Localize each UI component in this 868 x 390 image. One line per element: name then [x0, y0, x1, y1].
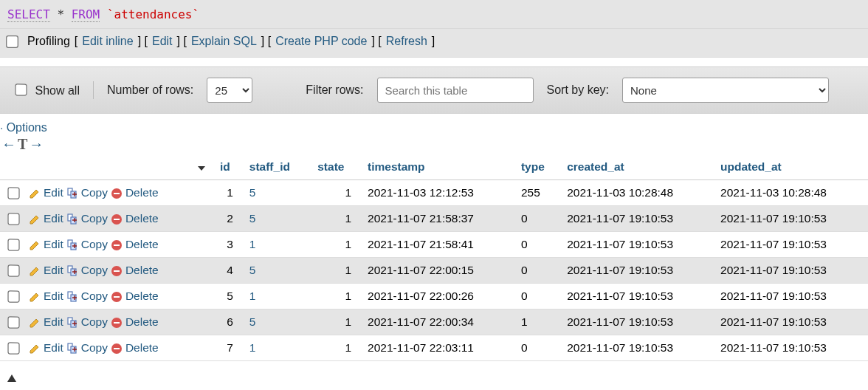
pencil-icon: [29, 291, 41, 303]
copy-row-link[interactable]: Copy: [66, 290, 108, 303]
col-shift-right-icon[interactable]: →: [29, 136, 44, 153]
cell-id: 2: [214, 206, 244, 232]
cell-type: 0: [515, 232, 561, 258]
cell-staff_id[interactable]: 1: [244, 232, 311, 258]
scroll-up-icon[interactable]: [7, 374, 16, 382]
col-header-id[interactable]: id: [214, 156, 244, 180]
pencil-icon: [29, 213, 41, 225]
svg-marker-0: [198, 166, 205, 171]
edit-row-link[interactable]: Edit: [29, 212, 63, 225]
table-row: Edit Copy Delete6512021-11-07 22:00:3412…: [0, 309, 868, 335]
column-order-controls: ← T →: [0, 136, 868, 156]
profiling-checkbox[interactable]: [6, 35, 18, 48]
sort-desc-icon: [196, 162, 207, 173]
cell-updated_at: 2021-11-07 19:10:53: [714, 309, 868, 335]
row-checkbox[interactable]: [7, 342, 19, 354]
delete-row-link[interactable]: Delete: [111, 341, 159, 355]
copy-icon: [66, 213, 78, 225]
bracket: ] [: [177, 35, 187, 48]
options-link[interactable]: Options: [7, 121, 47, 134]
bracket: ] [: [261, 35, 271, 48]
edit-row-link[interactable]: Edit: [29, 186, 63, 199]
row-checkbox[interactable]: [7, 290, 19, 302]
delete-row-link[interactable]: Delete: [111, 264, 159, 277]
refresh-link[interactable]: Refresh: [386, 35, 427, 48]
cell-staff_id[interactable]: 1: [244, 335, 311, 361]
delete-icon: [111, 188, 123, 199]
delete-row-link[interactable]: Delete: [111, 212, 159, 225]
edit-row-link[interactable]: Edit: [29, 290, 63, 303]
row-checkbox[interactable]: [7, 187, 19, 199]
cell-type: 0: [515, 206, 561, 232]
cell-updated_at: 2021-11-07 19:10:53: [714, 335, 868, 361]
pencil-icon: [29, 343, 41, 355]
copy-icon: [66, 265, 78, 277]
cell-state: 1: [311, 232, 362, 258]
edit-row-link[interactable]: Edit: [29, 238, 63, 251]
cell-id: 4: [214, 258, 244, 284]
rows-select[interactable]: 25: [207, 78, 252, 103]
cell-staff_id[interactable]: 5: [244, 180, 311, 206]
copy-icon: [66, 291, 78, 303]
sql-query-box: SELECT * FROM `attendances`: [0, 0, 868, 29]
edit-row-link[interactable]: Edit: [29, 341, 63, 355]
delete-row-link[interactable]: Delete: [111, 290, 159, 303]
edit-row-link[interactable]: Edit: [29, 264, 63, 277]
cell-state: 1: [311, 206, 362, 232]
show-all-checkbox[interactable]: [15, 83, 27, 95]
col-header-updated_at[interactable]: updated_at: [714, 156, 868, 180]
query-toolbar: Profiling [ Edit inline ] [ Edit ] [ Exp…: [0, 29, 868, 58]
row-checkbox[interactable]: [7, 213, 19, 225]
cell-id: 5: [214, 284, 244, 309]
cell-state: 1: [311, 180, 362, 206]
cell-type: 0: [515, 258, 561, 284]
cell-created_at: 2021-11-07 19:10:53: [561, 309, 714, 335]
cell-id: 6: [214, 309, 244, 335]
row-checkbox[interactable]: [7, 239, 19, 250]
col-header-timestamp[interactable]: timestamp: [362, 156, 515, 180]
actions-header: [0, 156, 214, 180]
row-checkbox[interactable]: [7, 316, 19, 328]
cell-staff_id[interactable]: 5: [244, 206, 311, 232]
copy-row-link[interactable]: Copy: [66, 264, 108, 277]
pencil-icon: [29, 317, 41, 329]
cell-id: 1: [214, 180, 244, 206]
delete-icon: [111, 291, 123, 303]
sort-select[interactable]: None: [622, 78, 829, 103]
copy-row-link[interactable]: Copy: [66, 315, 108, 329]
copy-row-link[interactable]: Copy: [66, 212, 108, 225]
col-header-staff_id[interactable]: staff_id: [244, 156, 311, 180]
filter-label: Filter rows:: [306, 83, 363, 97]
cell-updated_at: 2021-11-07 19:10:53: [714, 206, 868, 232]
delete-icon: [111, 265, 123, 277]
sort-label: Sort by key:: [547, 83, 609, 97]
edit-row-link[interactable]: Edit: [29, 315, 63, 329]
cell-id: 7: [214, 335, 244, 361]
cell-staff_id[interactable]: 1: [244, 284, 311, 309]
create-php-link[interactable]: Create PHP code: [275, 35, 367, 48]
col-header-state[interactable]: state: [311, 156, 362, 180]
col-header-created_at[interactable]: created_at: [561, 156, 714, 180]
col-shift-left-icon[interactable]: ←: [1, 136, 16, 153]
edit-inline-link[interactable]: Edit inline: [82, 35, 133, 48]
copy-row-link[interactable]: Copy: [66, 238, 108, 251]
delete-icon: [111, 343, 123, 355]
cell-timestamp: 2021-11-07 22:00:26: [362, 284, 515, 309]
filter-input[interactable]: [377, 78, 534, 103]
explain-sql-link[interactable]: Explain SQL: [191, 35, 257, 48]
bracket: ] [: [371, 35, 381, 48]
delete-row-link[interactable]: Delete: [111, 315, 159, 329]
pencil-icon: [29, 265, 41, 277]
copy-row-link[interactable]: Copy: [66, 341, 108, 355]
edit-link[interactable]: Edit: [152, 35, 173, 48]
delete-row-link[interactable]: Delete: [111, 238, 159, 251]
cell-staff_id[interactable]: 5: [244, 258, 311, 284]
col-header-type[interactable]: type: [515, 156, 561, 180]
cell-staff_id[interactable]: 5: [244, 309, 311, 335]
row-checkbox[interactable]: [7, 264, 19, 276]
copy-row-link[interactable]: Copy: [66, 186, 108, 199]
sql-keyword-from: FROM: [72, 7, 100, 22]
delete-row-link[interactable]: Delete: [111, 186, 159, 199]
cell-state: 1: [311, 335, 362, 361]
copy-icon: [66, 188, 78, 199]
